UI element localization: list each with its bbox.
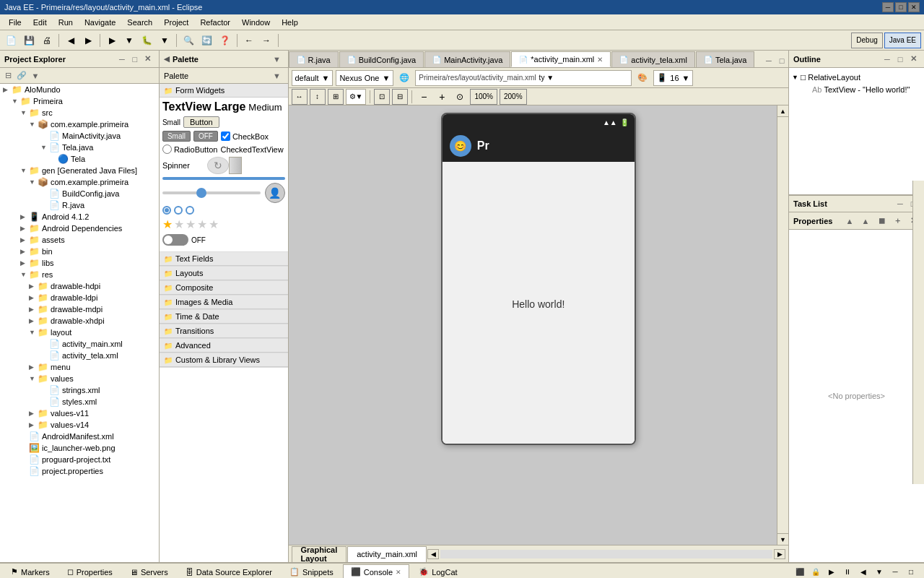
bottom-toolbar-btn-5[interactable]: ◀ [856,565,871,578]
fw-progressbar[interactable] [162,177,285,180]
tree-item-bin[interactable]: ▶ 📁 bin [0,246,159,257]
device-dropdown[interactable]: default ▼ [292,70,334,86]
menu-edit[interactable]: Edit [27,17,53,28]
bottom-toolbar-btn-3[interactable]: ▶ [824,565,839,578]
fw-spinner-widget[interactable]: ↻ [207,157,242,174]
editor-canvas-area[interactable]: ▲▲ 🔋 😊 Pr Hello world! ▲ [289,105,789,545]
fw-seekbar-thumb[interactable] [196,188,206,198]
perspective-javaee-btn[interactable]: Java EE [884,33,921,48]
bottom-toolbar-btn-1[interactable]: ⬛ [793,565,807,578]
scrollbar-track[interactable] [777,117,788,533]
outline-close-btn[interactable]: ✕ [907,53,920,66]
tab-properties-bottom[interactable]: ◻ Properties [59,564,121,579]
perspective-debug-btn[interactable]: Debug [851,33,882,48]
navigate-back-btn[interactable]: ← [241,33,257,48]
fw-radio-filled[interactable] [162,206,171,215]
fw-text-medium[interactable]: Medium [248,102,282,113]
palette-section-text-fields-header[interactable]: 📁 Text Fields [160,252,288,266]
palette-menu-btn[interactable]: ▼ [271,53,284,66]
bottom-toolbar-btn-2[interactable]: 🔒 [808,565,823,578]
palette-section-custom-library-header[interactable]: 📁 Custom & Library Views [160,353,288,367]
properties-sort-btn[interactable]: ▲ [843,215,856,228]
fw-checkbox-input[interactable] [221,131,230,141]
editor-vertical-scrollbar[interactable]: ▲ ▼ [777,105,788,545]
tree-item-buildconfig[interactable]: 📄 BuildConfig.java [0,188,159,199]
run-button[interactable]: ▶ [104,33,120,48]
properties-add-btn[interactable]: ＋ [891,215,904,228]
fw-radio-empty-2[interactable] [186,206,194,215]
run-dropdown[interactable]: ▼ [121,33,137,48]
palette-options-btn[interactable]: ▼ [271,69,284,82]
tab-snippets[interactable]: 📋 Snippets [282,564,341,579]
tab-r-java[interactable]: 📄 R.java [289,51,339,67]
zoom-btn-3[interactable]: ⊞ [328,89,344,105]
tree-item-libs[interactable]: ▶ 📁 libs [0,257,159,269]
properties-scrollbar[interactable] [912,181,924,484]
fw-checkedtextview[interactable]: CheckedTextView [220,145,283,154]
tree-item-com-example-2[interactable]: ▼ 📦 com.example.primeira [0,176,159,188]
zoom-btn-2[interactable]: ↕ [310,89,326,105]
tab-logcat[interactable]: 🐞 LogCat [411,564,465,579]
zoom-out-btn[interactable]: − [416,89,432,105]
tab-data-source-explorer[interactable]: 🗄 Data Source Explorer [178,564,280,579]
outline-relativelayout[interactable]: ▼ □ RelativeLayout [792,71,921,84]
fw-button[interactable]: Button [183,116,219,128]
path-type-selector[interactable]: ty ▼ [539,74,554,82]
tab-markers[interactable]: ⚑ Markers [3,564,58,579]
fw-radiobutton[interactable]: RadioButton [162,144,218,154]
palette-section-time-date-header[interactable]: 📁 Time & Date [160,310,288,324]
save-button[interactable]: 💾 [21,33,38,48]
tree-item-com-example[interactable]: ▼ 📦 com.example.primeira [0,118,159,130]
tree-item-tela-java[interactable]: ▼ 📄 Tela.java [0,142,159,153]
tree-item-drawable-mdpi[interactable]: ▶ 📁 drawable-mdpi [0,303,159,315]
tree-item-strings-xml[interactable]: 📄 strings.xml [0,384,159,396]
locale-btn[interactable]: 🌐 [396,70,412,86]
tab-mainactivity[interactable]: 📄 MainActivity.java [424,51,510,67]
tree-item-android412[interactable]: ▶ 📱 Android 4.1.2 [0,211,159,223]
menu-file[interactable]: File [3,17,27,28]
fw-toggle-off[interactable]: OFF [193,131,218,142]
tree-item-activity-tela-xml[interactable]: 📄 activity_tela.xml [0,350,159,361]
palette-section-form-widgets-header[interactable]: 📁 Form Widgets [160,84,288,98]
project-explorer-close[interactable]: ✕ [141,53,154,66]
help-button[interactable]: ❓ [217,33,233,48]
tree-item-tela-class[interactable]: 🔵 Tela [0,153,159,165]
forward-button[interactable]: ▶ [80,33,96,48]
tree-item-values-v14[interactable]: ▶ 📁 values-v14 [0,419,159,431]
tab-activity-main-xml[interactable]: 📄 *activity_main.xml ✕ [511,51,611,67]
tab-console[interactable]: ⬛ Console ✕ [343,564,409,579]
tree-item-primeira[interactable]: ▼ 📁 Primeira [0,95,159,107]
outline-textview[interactable]: Ab TextView - "Hello world!" [792,84,921,95]
tab-tela-java[interactable]: 📄 Tela.java [696,51,754,67]
bottom-toolbar-btn-8[interactable]: □ [904,565,918,578]
collapse-all-btn[interactable]: ⊟ [1,69,14,82]
bottom-toolbar-btn-6[interactable]: ▼ [872,565,886,578]
debug-dropdown[interactable]: ▼ [157,33,173,48]
fw-checkbox[interactable]: CheckBox [221,131,269,141]
outline-maximize-btn[interactable]: □ [894,53,907,66]
fw-radio-empty-1[interactable] [174,206,183,215]
maximize-button[interactable]: □ [895,2,907,12]
menu-search[interactable]: Search [121,17,158,28]
fw-seekbar[interactable] [162,191,261,194]
explorer-menu-btn[interactable]: ▼ [29,69,42,82]
palette-nav-back[interactable]: ◀ [164,55,170,63]
editor-maximize-btn[interactable]: □ [775,54,788,67]
properties-view-btn[interactable]: ◼ [875,215,888,228]
fw-ratingbar[interactable]: ★ ★ ★ ★ ★ [162,217,219,231]
print-button[interactable]: 🖨 [39,33,55,48]
fw-radio-input[interactable] [162,144,172,154]
tree-item-alomundo[interactable]: ▶ 📁 AloMundo [0,84,159,95]
console-close-btn[interactable]: ✕ [396,569,401,576]
tree-item-ic-launcher[interactable]: 🖼️ ic_launcher-web.png [0,442,159,454]
tree-item-gen[interactable]: ▼ 📁 gen [Generated Java Files] [0,165,159,176]
fw-switch[interactable]: OFF [162,234,206,246]
tree-item-android-deps[interactable]: ▶ 📁 Android Dependencies [0,223,159,234]
menu-window[interactable]: Window [236,17,276,28]
tree-item-proguard[interactable]: 📄 proguard-project.txt [0,454,159,465]
tree-item-values-v11[interactable]: ▶ 📁 values-v11 [0,407,159,419]
tree-item-src[interactable]: ▼ 📁 src [0,107,159,118]
theme-btn[interactable]: 🎨 [635,70,650,86]
tab-buildconfig[interactable]: 📄 BuildConfig.java [339,51,424,67]
bottom-toolbar-btn-4[interactable]: ⏸ [840,565,855,578]
